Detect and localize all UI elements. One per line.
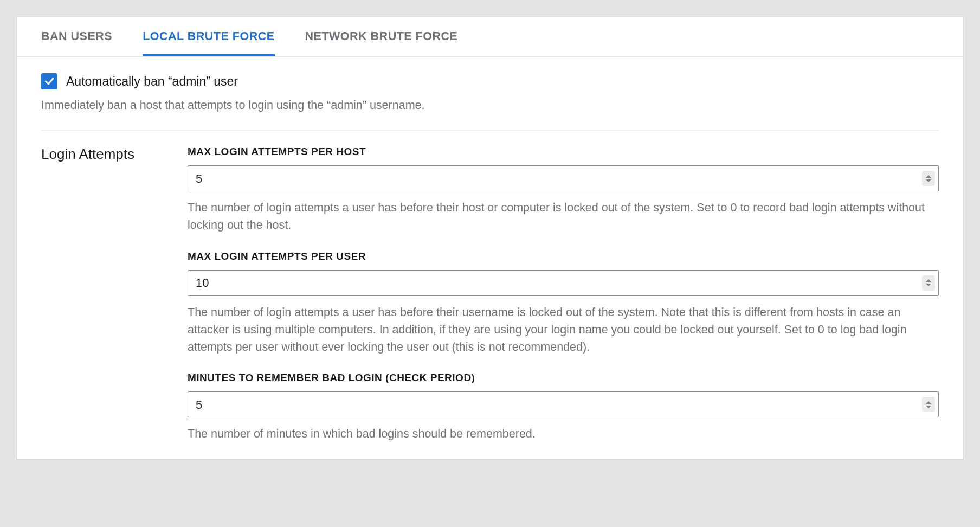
tab-ban-users[interactable]: BAN USERS (41, 17, 112, 56)
select-remember-minutes[interactable]: 5 (188, 391, 939, 417)
select-wrap-remember-minutes: 5 (188, 391, 939, 417)
auto-ban-row: Automatically ban “admin” user Immediate… (41, 73, 939, 131)
select-wrap-max-per-user: 10 (188, 270, 939, 296)
tab-local-brute-force[interactable]: LOCAL BRUTE FORCE (143, 17, 274, 56)
login-attempts-row: Login Attempts MAX LOGIN ATTEMPTS PER HO… (41, 146, 939, 454)
section-title-login-attempts: Login Attempts (41, 146, 188, 163)
desc-max-per-user: The number of login attempts a user has … (188, 304, 939, 356)
tab-network-brute-force[interactable]: NETWORK BRUTE FORCE (305, 17, 458, 56)
label-max-per-user: MAX LOGIN ATTEMPTS PER USER (188, 250, 939, 262)
desc-remember-minutes: The number of minutes in which bad login… (188, 425, 939, 442)
select-wrap-max-per-host: 5 (188, 165, 939, 191)
label-max-per-host: MAX LOGIN ATTEMPTS PER HOST (188, 146, 939, 158)
desc-max-per-host: The number of login attempts a user has … (188, 199, 939, 234)
tabs-nav: BAN USERS LOCAL BRUTE FORCE NETWORK BRUT… (17, 17, 963, 57)
auto-ban-label: Automatically ban “admin” user (66, 74, 238, 89)
label-remember-minutes: MINUTES TO REMEMBER BAD LOGIN (CHECK PER… (188, 372, 939, 384)
select-max-per-user[interactable]: 10 (188, 270, 939, 296)
settings-panel: BAN USERS LOCAL BRUTE FORCE NETWORK BRUT… (16, 16, 964, 460)
check-icon (44, 76, 55, 87)
auto-ban-description: Immediately ban a host that attempts to … (41, 97, 939, 114)
auto-ban-checkbox[interactable] (41, 73, 57, 89)
tab-content: Automatically ban “admin” user Immediate… (17, 57, 963, 459)
select-max-per-host[interactable]: 5 (188, 165, 939, 191)
